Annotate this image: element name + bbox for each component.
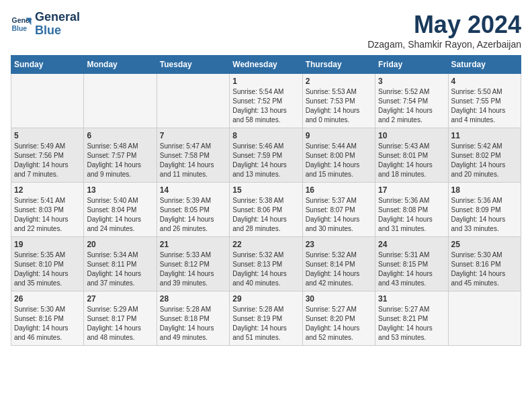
day-number: 15 (232, 185, 299, 195)
calendar-cell: 14Sunrise: 5:39 AM Sunset: 8:05 PM Dayli… (157, 183, 229, 237)
calendar-cell: 6Sunrise: 5:48 AM Sunset: 7:57 PM Daylig… (84, 128, 157, 183)
day-info: Sunrise: 5:28 AM Sunset: 8:18 PM Dayligh… (160, 305, 226, 342)
calendar-cell: 8Sunrise: 5:46 AM Sunset: 7:59 PM Daylig… (230, 128, 302, 183)
day-info: Sunrise: 5:27 AM Sunset: 8:20 PM Dayligh… (306, 305, 372, 342)
day-info: Sunrise: 5:39 AM Sunset: 8:05 PM Dayligh… (160, 196, 226, 234)
calendar-cell: 23Sunrise: 5:32 AM Sunset: 8:14 PM Dayli… (302, 237, 375, 291)
day-info: Sunrise: 5:38 AM Sunset: 8:06 PM Dayligh… (232, 196, 299, 234)
day-number: 16 (306, 185, 372, 195)
day-info: Sunrise: 5:32 AM Sunset: 8:14 PM Dayligh… (306, 250, 372, 288)
header-saturday: Saturday (448, 56, 521, 74)
header-sunday: Sunday (11, 56, 84, 74)
day-info: Sunrise: 5:54 AM Sunset: 7:52 PM Dayligh… (232, 87, 299, 125)
calendar-cell: 24Sunrise: 5:31 AM Sunset: 8:15 PM Dayli… (375, 237, 448, 291)
calendar-cell: 25Sunrise: 5:30 AM Sunset: 8:16 PM Dayli… (448, 237, 521, 291)
month-title: May 2024 (367, 11, 521, 39)
day-number: 28 (160, 294, 226, 304)
day-number: 22 (232, 240, 299, 249)
day-number: 10 (378, 131, 445, 140)
day-number: 2 (306, 77, 372, 86)
calendar-body: 1Sunrise: 5:54 AM Sunset: 7:52 PM Daylig… (11, 74, 521, 346)
calendar-cell: 28Sunrise: 5:28 AM Sunset: 8:18 PM Dayli… (157, 291, 229, 346)
calendar-cell: 11Sunrise: 5:42 AM Sunset: 8:02 PM Dayli… (448, 128, 521, 183)
day-number: 8 (232, 131, 299, 140)
day-info: Sunrise: 5:27 AM Sunset: 8:21 PM Dayligh… (378, 305, 445, 342)
header-thursday: Thursday (302, 56, 375, 74)
day-number: 6 (87, 131, 153, 140)
day-info: Sunrise: 5:49 AM Sunset: 7:56 PM Dayligh… (14, 142, 81, 179)
calendar-cell: 16Sunrise: 5:37 AM Sunset: 8:07 PM Dayli… (302, 183, 375, 237)
day-info: Sunrise: 5:47 AM Sunset: 7:58 PM Dayligh… (160, 142, 226, 179)
calendar-cell: 13Sunrise: 5:40 AM Sunset: 8:04 PM Dayli… (84, 183, 157, 237)
calendar-cell: 21Sunrise: 5:33 AM Sunset: 8:12 PM Dayli… (157, 237, 229, 291)
logo-icon: General Blue (11, 13, 32, 35)
day-info: Sunrise: 5:28 AM Sunset: 8:19 PM Dayligh… (232, 305, 299, 342)
day-info: Sunrise: 5:36 AM Sunset: 8:09 PM Dayligh… (451, 196, 518, 234)
calendar-cell: 27Sunrise: 5:29 AM Sunset: 8:17 PM Dayli… (84, 291, 157, 346)
day-info: Sunrise: 5:44 AM Sunset: 8:00 PM Dayligh… (306, 142, 372, 179)
day-info: Sunrise: 5:50 AM Sunset: 7:55 PM Dayligh… (451, 87, 518, 125)
day-number: 17 (378, 185, 445, 195)
svg-text:Blue: Blue (12, 24, 28, 32)
calendar-cell (84, 74, 157, 128)
day-number: 21 (160, 240, 226, 249)
day-number: 11 (451, 131, 518, 140)
calendar-cell (448, 291, 521, 346)
day-number: 5 (14, 131, 81, 140)
calendar-cell: 22Sunrise: 5:32 AM Sunset: 8:13 PM Dayli… (230, 237, 302, 291)
calendar-week-3: 12Sunrise: 5:41 AM Sunset: 8:03 PM Dayli… (11, 183, 521, 237)
calendar-cell: 31Sunrise: 5:27 AM Sunset: 8:21 PM Dayli… (375, 291, 448, 346)
day-number: 9 (306, 131, 372, 140)
day-number: 20 (87, 240, 153, 249)
calendar-week-4: 19Sunrise: 5:35 AM Sunset: 8:10 PM Dayli… (11, 237, 521, 291)
calendar-cell: 2Sunrise: 5:53 AM Sunset: 7:53 PM Daylig… (302, 74, 375, 128)
day-info: Sunrise: 5:43 AM Sunset: 8:01 PM Dayligh… (378, 142, 445, 179)
day-number: 14 (160, 185, 226, 195)
day-info: Sunrise: 5:32 AM Sunset: 8:13 PM Dayligh… (232, 250, 299, 288)
day-number: 27 (87, 294, 153, 304)
header-tuesday: Tuesday (157, 56, 229, 74)
calendar-cell: 26Sunrise: 5:30 AM Sunset: 8:16 PM Dayli… (11, 291, 84, 346)
calendar-cell: 18Sunrise: 5:36 AM Sunset: 8:09 PM Dayli… (448, 183, 521, 237)
day-number: 25 (451, 240, 518, 249)
day-number: 19 (14, 240, 81, 249)
day-info: Sunrise: 5:31 AM Sunset: 8:15 PM Dayligh… (378, 250, 445, 288)
header-friday: Friday (375, 56, 448, 74)
calendar-cell: 7Sunrise: 5:47 AM Sunset: 7:58 PM Daylig… (157, 128, 229, 183)
day-number: 29 (232, 294, 299, 304)
day-info: Sunrise: 5:30 AM Sunset: 8:16 PM Dayligh… (14, 305, 81, 342)
day-info: Sunrise: 5:46 AM Sunset: 7:59 PM Dayligh… (232, 142, 299, 179)
calendar-cell: 1Sunrise: 5:54 AM Sunset: 7:52 PM Daylig… (230, 74, 302, 128)
day-info: Sunrise: 5:36 AM Sunset: 8:08 PM Dayligh… (378, 196, 445, 234)
calendar-cell (157, 74, 229, 128)
calendar-cell: 29Sunrise: 5:28 AM Sunset: 8:19 PM Dayli… (230, 291, 302, 346)
calendar-week-2: 5Sunrise: 5:49 AM Sunset: 7:56 PM Daylig… (11, 128, 521, 183)
calendar-cell: 10Sunrise: 5:43 AM Sunset: 8:01 PM Dayli… (375, 128, 448, 183)
header-wednesday: Wednesday (230, 56, 302, 74)
page-header: General Blue General Blue May 2024 Dzaga… (11, 11, 521, 50)
day-info: Sunrise: 5:33 AM Sunset: 8:12 PM Dayligh… (160, 250, 226, 288)
day-number: 1 (232, 77, 299, 86)
day-number: 3 (378, 77, 445, 86)
logo-text: General Blue (35, 11, 80, 38)
day-info: Sunrise: 5:34 AM Sunset: 8:11 PM Dayligh… (87, 250, 153, 288)
calendar-week-1: 1Sunrise: 5:54 AM Sunset: 7:52 PM Daylig… (11, 74, 521, 128)
day-number: 18 (451, 185, 518, 195)
calendar-cell: 3Sunrise: 5:52 AM Sunset: 7:54 PM Daylig… (375, 74, 448, 128)
day-number: 13 (87, 185, 153, 195)
day-number: 26 (14, 294, 81, 304)
day-number: 4 (451, 77, 518, 86)
calendar-cell: 12Sunrise: 5:41 AM Sunset: 8:03 PM Dayli… (11, 183, 84, 237)
calendar-cell: 30Sunrise: 5:27 AM Sunset: 8:20 PM Dayli… (302, 291, 375, 346)
day-number: 7 (160, 131, 226, 140)
calendar-cell: 15Sunrise: 5:38 AM Sunset: 8:06 PM Dayli… (230, 183, 302, 237)
calendar-cell: 9Sunrise: 5:44 AM Sunset: 8:00 PM Daylig… (302, 128, 375, 183)
calendar-week-5: 26Sunrise: 5:30 AM Sunset: 8:16 PM Dayli… (11, 291, 521, 346)
calendar-cell: 20Sunrise: 5:34 AM Sunset: 8:11 PM Dayli… (84, 237, 157, 291)
day-info: Sunrise: 5:53 AM Sunset: 7:53 PM Dayligh… (306, 87, 372, 125)
calendar-cell: 4Sunrise: 5:50 AM Sunset: 7:55 PM Daylig… (448, 74, 521, 128)
day-info: Sunrise: 5:30 AM Sunset: 8:16 PM Dayligh… (451, 250, 518, 288)
day-info: Sunrise: 5:52 AM Sunset: 7:54 PM Dayligh… (378, 87, 445, 125)
calendar-cell: 5Sunrise: 5:49 AM Sunset: 7:56 PM Daylig… (11, 128, 84, 183)
calendar-cell: 17Sunrise: 5:36 AM Sunset: 8:08 PM Dayli… (375, 183, 448, 237)
